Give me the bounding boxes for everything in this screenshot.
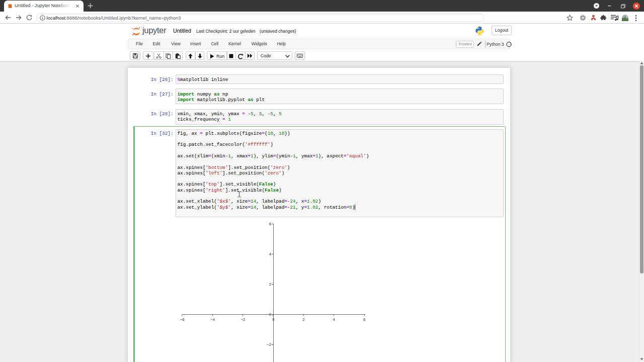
svg-text:−2: −2 [241,317,246,322]
svg-text:6: 6 [269,222,271,226]
svg-text:−6: −6 [180,317,185,322]
svg-text:−4: −4 [210,317,215,322]
svg-text:−2: −2 [267,342,271,347]
svg-text:6: 6 [363,317,365,322]
svg-text:0: 0 [269,312,271,317]
svg-text:4: 4 [269,252,271,256]
svg-text:2: 2 [302,317,304,322]
svg-text:4: 4 [333,317,335,322]
svg-text:2: 2 [269,282,271,287]
svg-text:0: 0 [272,317,274,322]
